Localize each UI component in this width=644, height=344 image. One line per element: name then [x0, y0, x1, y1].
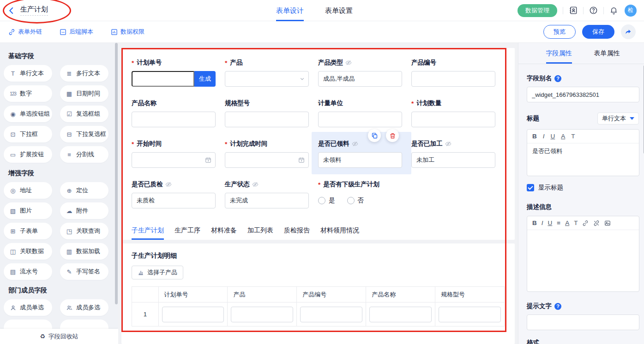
field-production-status[interactable]: 生产状态 [225, 180, 318, 208]
tab-field-properties[interactable]: 字段属性 [546, 43, 572, 64]
radio-icon[interactable] [347, 197, 355, 204]
bold-button[interactable]: B [532, 219, 537, 226]
field-quality-checked[interactable]: 是否已质检 [132, 180, 225, 208]
radio-option-no[interactable]: 否 [347, 196, 364, 205]
save-button[interactable]: 保存 [582, 25, 614, 39]
bold-button[interactable]: B [532, 133, 537, 140]
field-alias-input[interactable] [527, 87, 639, 102]
spec-model-input[interactable] [225, 112, 309, 127]
radio-option-yes[interactable]: 是 [318, 196, 335, 205]
cell-input[interactable] [300, 307, 362, 322]
description-editor-content[interactable] [527, 230, 639, 291]
tab-production-process[interactable]: 生产工序 [175, 221, 200, 240]
generate-button[interactable]: 生成 [194, 71, 216, 87]
field-item-member-multi[interactable]: 成员多选 [60, 299, 108, 316]
unit-input[interactable] [318, 112, 402, 127]
field-item-data-load[interactable]: ▥数据加载 [60, 243, 108, 260]
font-size-button[interactable]: T [574, 219, 578, 226]
product-name-input[interactable] [132, 112, 216, 127]
field-item-attachment[interactable]: ☁附件 [60, 202, 108, 219]
field-material-issued[interactable]: 是否已领料 [312, 132, 411, 174]
tab-processing-list[interactable]: 加工列表 [247, 221, 273, 240]
tab-form-properties[interactable]: 表单属性 [594, 43, 620, 64]
help-icon[interactable]: ? [554, 303, 561, 310]
field-processed[interactable]: 是否已加工 [411, 139, 505, 168]
title-type-select[interactable]: 单行文本 [597, 113, 639, 125]
quality-checked-input[interactable] [132, 193, 216, 208]
align-button[interactable]: ≡ [557, 219, 560, 226]
underline-button[interactable]: U [551, 133, 555, 140]
sidebar-item-partial[interactable] [4, 320, 52, 329]
sidebar-scrollbar[interactable] [115, 43, 118, 329]
field-item-single-text[interactable]: T单行文本 [4, 65, 52, 82]
tab-quality-report[interactable]: 质检报告 [284, 221, 310, 240]
radio-icon[interactable] [318, 197, 325, 204]
field-spec-model[interactable]: 规格型号 [225, 99, 318, 127]
tab-material-usage[interactable]: 材料领用情况 [320, 221, 359, 240]
field-item-divider[interactable]: ≡分割线 [60, 146, 108, 163]
sidebar-item-partial[interactable] [60, 320, 108, 329]
field-plan-quantity[interactable]: *计划数量 [411, 99, 505, 127]
external-link-item[interactable]: 表单外链 [8, 28, 42, 36]
production-status-input[interactable] [225, 193, 309, 208]
field-item-member-single[interactable]: 成员单选 [4, 299, 52, 316]
hint-text-input[interactable] [527, 314, 639, 330]
field-item-location[interactable]: ⊕定位 [60, 182, 108, 199]
field-item-number[interactable]: 123数字 [4, 85, 52, 102]
page-title[interactable]: 生产计划 [20, 5, 48, 16]
field-plan-number[interactable]: *计划单号 生成 [132, 58, 225, 87]
cell-input[interactable] [162, 307, 224, 322]
question-icon[interactable] [589, 6, 598, 15]
avatar[interactable]: 检 [625, 5, 637, 17]
processed-input[interactable] [411, 152, 495, 168]
field-product-type[interactable]: 产品类型 [318, 58, 411, 87]
font-size-button[interactable]: T [571, 133, 575, 140]
backend-script-item[interactable]: 后端脚本 [60, 28, 93, 36]
field-product[interactable]: *产品 [225, 58, 318, 87]
image-icon[interactable] [604, 220, 611, 226]
font-color-button[interactable]: A [565, 219, 569, 226]
field-item-checkbox-group[interactable]: ☑复选框组 [60, 106, 108, 122]
product-select[interactable] [225, 71, 309, 87]
tab-form-settings[interactable]: 表单设置 [325, 0, 353, 21]
checkbox-checked-icon[interactable] [527, 184, 534, 191]
field-product-name[interactable]: 产品名称 [132, 99, 225, 127]
preview-button[interactable]: 预览 [543, 25, 576, 39]
address-book-icon[interactable] [569, 6, 578, 15]
plan-number-input[interactable] [132, 71, 194, 87]
field-recycle-bin[interactable]: ♻ 字段回收站 [0, 329, 118, 344]
underline-button[interactable]: U [548, 219, 553, 226]
data-manage-button[interactable]: 数据管理 [518, 4, 557, 17]
unlink-icon[interactable] [593, 220, 600, 226]
field-unit[interactable]: 计量单位 [318, 99, 411, 127]
font-color-button[interactable]: A [561, 133, 565, 140]
product-type-input[interactable] [318, 71, 402, 87]
plan-quantity-input[interactable] [411, 112, 495, 127]
field-item-multi-dropdown[interactable]: ⊟下拉复选框 [60, 126, 108, 142]
title-editor-content[interactable]: 是否已领料 [527, 143, 639, 176]
sidebar-scrollbar-thumb[interactable] [115, 43, 118, 304]
material-issued-input[interactable] [318, 152, 402, 168]
field-plan-finish-time[interactable]: *计划完成时间 [225, 139, 318, 168]
copy-field-button[interactable] [368, 129, 381, 142]
field-item-signature[interactable]: ✎手写签名 [60, 263, 108, 280]
delete-field-button[interactable] [386, 129, 399, 142]
field-item-multi-text[interactable]: ≣多行文本 [60, 65, 108, 82]
field-start-time[interactable]: *开始时间 [132, 139, 225, 168]
select-sub-product-button[interactable]: 选择子产品 [132, 266, 183, 279]
field-item-extend-button[interactable]: ▭扩展按钮 [4, 146, 52, 163]
field-item-linked-data[interactable]: ◫关联数据 [4, 243, 52, 260]
share-button[interactable] [621, 24, 636, 39]
field-item-radio-group[interactable]: ◉单选按钮组 [4, 106, 52, 122]
cell-input[interactable] [439, 307, 501, 322]
field-item-address[interactable]: ◎地址 [4, 182, 52, 199]
field-product-code[interactable]: 产品编号 [411, 58, 505, 87]
cell-input[interactable] [369, 307, 432, 322]
show-title-checkbox-row[interactable]: 显示标题 [527, 184, 639, 192]
field-item-image[interactable]: ▧图片 [4, 202, 52, 219]
start-time-input[interactable] [132, 152, 216, 168]
tab-material-preparation[interactable]: 材料准备 [211, 221, 237, 240]
tab-form-design[interactable]: 表单设计 [276, 0, 304, 21]
field-item-dropdown[interactable]: ⊡下拉框 [4, 126, 52, 142]
back-icon[interactable] [7, 6, 16, 15]
